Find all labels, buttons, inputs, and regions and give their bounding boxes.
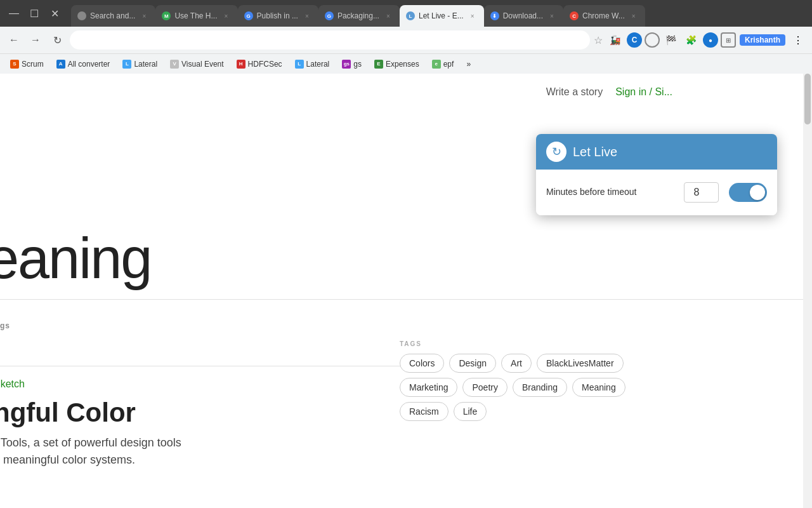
- browser-title-bar: — ☐ ✕ Search and...×MUse The H...×GPubli…: [0, 0, 812, 27]
- scrollbar-thumb[interactable]: [804, 74, 811, 124]
- bookmarks-bar: SScrumAAll converterLLateralVVisual Even…: [0, 53, 812, 74]
- bookmark-bm-gs[interactable]: gsgs: [337, 58, 367, 70]
- puzzle-icon[interactable]: 🧩: [683, 31, 700, 49]
- reload-button[interactable]: ↻: [48, 31, 66, 49]
- circle-blue-icon[interactable]: ●: [703, 32, 718, 48]
- address-bar-row: ← → ↻ or%20and%20meaning ☆ 🚂 C 🏁 🧩 ● ⊞ K…: [0, 27, 812, 53]
- tag-blacklivesmatter[interactable]: BlackLivesMatter: [537, 354, 624, 373]
- tag-marketing[interactable]: Marketing: [400, 378, 457, 397]
- maximize-button[interactable]: ☐: [25, 4, 43, 22]
- tab-tab-download[interactable]: ⬇Download...×: [484, 5, 563, 27]
- bookmark-label-bm-visualevent: Visual Event: [181, 60, 224, 69]
- tags-row-3: RacismLife: [400, 402, 666, 421]
- bookmark-label-bm-scrum: Scrum: [22, 60, 44, 69]
- timeout-input[interactable]: [684, 182, 719, 203]
- tab-favicon-tab-download: ⬇: [490, 11, 499, 20]
- tag-art[interactable]: Art: [501, 354, 532, 373]
- address-input[interactable]: or%20and%20meaning: [70, 30, 590, 50]
- content-divider: [0, 299, 803, 300]
- timeout-label: Minutes before timeout: [546, 186, 674, 199]
- bookmark-bm-more[interactable]: »: [461, 58, 476, 70]
- bookmark-bm-allconverter[interactable]: AAll converter: [51, 58, 115, 70]
- tab-close-tab-search[interactable]: ×: [139, 11, 149, 21]
- tag-poetry[interactable]: Poetry: [462, 378, 507, 397]
- tab-close-tab-download[interactable]: ×: [547, 11, 557, 21]
- page-heading-partial: eaning: [0, 226, 151, 291]
- bookmark-bm-scrum[interactable]: SScrum: [5, 58, 49, 70]
- tab-title-tab-search: Search and...: [90, 11, 135, 20]
- left-article-content: Sketch ngful Color r Tools, a set of pow…: [0, 378, 181, 469]
- article-title: ngful Color: [0, 398, 181, 428]
- tab-tab-search[interactable]: Search and...×: [71, 5, 155, 27]
- tags-row-2: MarketingPoetryBrandingMeaning: [400, 378, 666, 397]
- tab-favicon-tab-letlive: L: [406, 11, 415, 20]
- tabs-bar: Search and...×MUse The H...×GPublish in …: [71, 0, 807, 27]
- page-content: Write a story Sign in / Si... eaning gs …: [0, 74, 812, 508]
- bookmark-icon-bm-allconverter: A: [56, 60, 65, 69]
- tab-tab-chrome[interactable]: CChrome W...×: [563, 5, 645, 27]
- page-header-nav: Write a story Sign in / Si...: [534, 74, 685, 110]
- popup-body: Minutes before timeout: [536, 170, 777, 215]
- back-button[interactable]: ←: [5, 31, 23, 49]
- bookmark-bm-epf[interactable]: eepf: [427, 58, 459, 70]
- bookmark-bm-hdfcsec[interactable]: HHDFCSec: [232, 58, 287, 70]
- tag-design[interactable]: Design: [449, 354, 496, 373]
- train-icon[interactable]: 🚂: [606, 31, 624, 49]
- bookmark-bm-lateral[interactable]: LLateral: [117, 58, 162, 70]
- c-icon[interactable]: C: [627, 32, 642, 48]
- tab-favicon-tab-chrome: C: [570, 11, 579, 20]
- forward-button[interactable]: →: [27, 31, 44, 49]
- menu-button[interactable]: ⋮: [789, 31, 807, 49]
- tab-close-tab-chrome[interactable]: ×: [629, 11, 639, 21]
- tab-title-tab-use-the: Use The H...: [174, 11, 217, 20]
- article-desc-line1: r Tools, a set of powerful design tools: [0, 436, 181, 449]
- tab-close-tab-publish[interactable]: ×: [302, 11, 312, 21]
- bookmark-icon-bm-scrum: S: [10, 60, 19, 69]
- write-story-link[interactable]: Write a story: [546, 86, 603, 98]
- left-section-divider: [0, 366, 406, 366]
- tab-tab-letlive[interactable]: LLet Live - E...×: [400, 5, 484, 27]
- bookmark-star-icon[interactable]: ☆: [594, 34, 603, 46]
- tags-section: TAGS ColorsDesignArtBlackLivesMatter Mar…: [400, 340, 666, 426]
- tab-tab-packaging[interactable]: GPackaging...×: [318, 5, 400, 27]
- window-controls[interactable]: — ☐ ✕: [5, 4, 63, 22]
- tab-close-tab-packaging[interactable]: ×: [383, 11, 393, 21]
- article-desc-line2: e meaningful color systems.: [0, 453, 135, 466]
- ext-icon[interactable]: ⊞: [721, 32, 736, 48]
- left-tags-label: gs: [0, 321, 10, 330]
- popup-header: ↻ Let Live: [536, 134, 777, 170]
- tab-favicon-tab-search: [77, 11, 86, 20]
- tag-life[interactable]: Life: [454, 402, 487, 421]
- article-desc: r Tools, a set of powerful design tools …: [0, 434, 181, 469]
- flag-icon[interactable]: 🏁: [662, 31, 680, 49]
- tab-close-tab-letlive[interactable]: ×: [468, 11, 478, 21]
- bookmark-bm-visualevent[interactable]: VVisual Event: [165, 58, 229, 70]
- close-button[interactable]: ✕: [46, 4, 63, 22]
- tab-close-tab-use-the[interactable]: ×: [221, 11, 232, 21]
- bookmark-icon-bm-gs: gs: [342, 60, 351, 69]
- bookmark-label-bm-lateral2: Lateral: [306, 60, 330, 69]
- tag-meaning[interactable]: Meaning: [572, 378, 625, 397]
- tag-racism[interactable]: Racism: [400, 402, 449, 421]
- bookmark-bm-lateral2[interactable]: LLateral: [290, 58, 335, 70]
- toggle-knob: [750, 185, 765, 200]
- bookmark-label-bm-lateral: Lateral: [134, 60, 157, 69]
- tag-branding[interactable]: Branding: [513, 378, 567, 397]
- toggle-switch[interactable]: [729, 183, 767, 202]
- circle-icon[interactable]: [645, 32, 660, 48]
- tags-row-1: ColorsDesignArtBlackLivesMatter: [400, 354, 666, 373]
- tab-title-tab-chrome: Chrome W...: [582, 11, 625, 20]
- tab-title-tab-publish: Publish in ...: [257, 11, 298, 20]
- tab-tab-publish[interactable]: GPublish in ...×: [238, 5, 318, 27]
- tag-colors[interactable]: Colors: [400, 354, 444, 373]
- bookmark-bm-expenses[interactable]: EExpenses: [369, 58, 424, 70]
- let-live-popup: ↻ Let Live Minutes before timeout: [536, 134, 777, 215]
- scrollbar[interactable]: [803, 74, 812, 508]
- minimize-button[interactable]: —: [5, 4, 23, 22]
- bookmark-label-bm-epf: epf: [443, 60, 454, 69]
- toolbar-icons: 🚂 C 🏁 🧩 ● ⊞: [606, 31, 736, 49]
- profile-badge[interactable]: Krishanth: [740, 34, 785, 46]
- article-tag-link[interactable]: Sketch: [0, 378, 25, 389]
- tab-tab-use-the[interactable]: MUse The H...×: [155, 5, 237, 27]
- sign-in-link[interactable]: Sign in / Si...: [615, 86, 672, 98]
